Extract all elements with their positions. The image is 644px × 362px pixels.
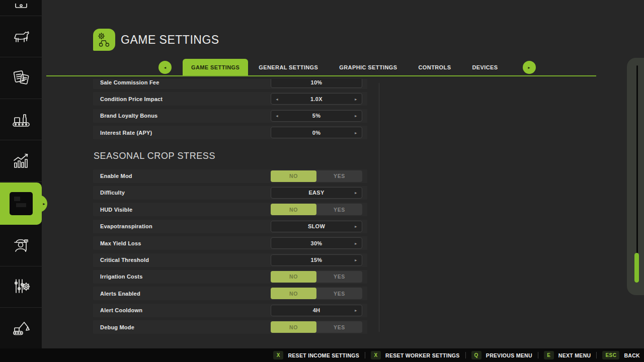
- critical-threshold-selector[interactable]: 15% ►: [271, 254, 362, 266]
- mod-active-icon: [10, 192, 33, 215]
- setting-label: Critical Threshold: [100, 257, 149, 263]
- interest-rate-selector[interactable]: 0% ►: [271, 127, 362, 138]
- hud-visible-toggle[interactable]: NO YES: [271, 204, 362, 215]
- setting-label: Condition Price Impact: [100, 96, 163, 102]
- evapotranspiration-selector[interactable]: SLOW ►: [271, 221, 362, 232]
- sidebar-item-statistics[interactable]: [0, 141, 42, 182]
- setting-row-alert-cooldown: Alert Cooldown 4H ►: [93, 304, 367, 317]
- setting-label: Evapotranspiration: [100, 223, 152, 229]
- setting-value: 5%: [312, 113, 321, 119]
- footer-reset-income[interactable]: X RESET INCOME SETTINGS: [273, 351, 359, 359]
- scrollbar-track[interactable]: [636, 65, 638, 283]
- sidebar-item-vehicles[interactable]: [0, 0, 42, 16]
- sidebar-item-settings[interactable]: [0, 267, 42, 308]
- setting-value: 4H: [313, 307, 320, 313]
- footer-label: BACK: [624, 352, 640, 358]
- toggle-yes-option[interactable]: YES: [316, 271, 362, 283]
- tab-bar: ◄ GAME SETTINGS GENERAL SETTINGS GRAPHIC…: [158, 59, 536, 76]
- footer-reset-worker[interactable]: X RESET WORKER SETTINGS: [371, 351, 459, 359]
- tab-underline: [46, 75, 596, 76]
- increase-arrow-icon[interactable]: ►: [354, 97, 358, 101]
- increase-arrow-icon[interactable]: ►: [354, 131, 358, 134]
- tab-graphic-settings[interactable]: GRAPHIC SETTINGS: [329, 59, 408, 76]
- settings-scroll-area[interactable]: Sale Commission Fee 10% Condition Price …: [93, 79, 367, 336]
- vehicle-partial-icon: [10, 4, 32, 13]
- setting-value: 15%: [311, 257, 323, 263]
- statistics-icon: [10, 149, 32, 173]
- setting-value: 30%: [311, 240, 323, 246]
- sidebar: ►: [0, 0, 42, 348]
- toggle-yes-option[interactable]: YES: [316, 170, 362, 182]
- footer-previous-menu[interactable]: Q PREVIOUS MENU: [471, 351, 532, 359]
- tab-game-settings[interactable]: GAME SETTINGS: [183, 59, 248, 76]
- increase-arrow-icon[interactable]: ►: [354, 258, 358, 262]
- setting-label: Alerts Enabled: [100, 291, 140, 297]
- increase-arrow-icon[interactable]: ►: [354, 225, 358, 228]
- setting-row-condition-price-impact: Condition Price Impact ◄ 1.0X ►: [93, 92, 367, 106]
- irrigation-costs-toggle[interactable]: NO YES: [271, 271, 362, 283]
- brand-loyalty-bonus-selector[interactable]: ◄ 5% ►: [271, 110, 362, 122]
- key-x-icon: X: [371, 351, 381, 359]
- footer-next-menu[interactable]: E NEXT MENU: [544, 351, 591, 359]
- key-e-icon: E: [544, 351, 554, 359]
- increase-arrow-icon[interactable]: ►: [354, 114, 358, 118]
- tab-controls[interactable]: CONTROLS: [408, 59, 462, 76]
- clipped-selector[interactable]: 10%: [271, 79, 362, 88]
- setting-label: Irrigation Costs: [100, 274, 143, 280]
- alert-cooldown-selector[interactable]: 4H ►: [271, 305, 362, 316]
- scrollbar-thumb[interactable]: [634, 253, 639, 283]
- toggle-no-option[interactable]: NO: [271, 271, 316, 283]
- toggle-yes-option[interactable]: YES: [316, 321, 362, 333]
- condition-price-impact-selector[interactable]: ◄ 1.0X ►: [271, 93, 362, 105]
- sidebar-item-mod-settings-active[interactable]: ►: [0, 183, 42, 225]
- right-arrow-icon: ►: [527, 66, 531, 69]
- toggle-yes-option[interactable]: YES: [316, 288, 362, 299]
- setting-label: Alert Cooldown: [100, 307, 142, 313]
- sidebar-item-workers[interactable]: [0, 225, 42, 266]
- setting-row-enable-mod: Enable Mod NO YES: [93, 169, 367, 183]
- setting-row-critical-threshold: Critical Threshold 15% ►: [93, 253, 367, 267]
- setting-row-clipped: Sale Commission Fee 10%: [93, 79, 367, 89]
- toggle-yes-option[interactable]: YES: [316, 204, 362, 215]
- page-title: GAME SETTINGS: [121, 33, 219, 47]
- footer-hotkey-bar: X RESET INCOME SETTINGS X RESET WORKER S…: [0, 348, 644, 362]
- alerts-enabled-toggle[interactable]: NO YES: [271, 288, 362, 299]
- toggle-no-option[interactable]: NO: [271, 288, 316, 299]
- footer-divider: [465, 352, 466, 358]
- footer-back[interactable]: ESC BACK: [602, 351, 640, 359]
- decrease-arrow-icon[interactable]: ◄: [275, 97, 279, 101]
- setting-row-hud-visible: HUD Visible NO YES: [93, 203, 367, 216]
- setting-value: EASY: [308, 190, 324, 196]
- sidebar-item-production[interactable]: [0, 100, 42, 140]
- sidebar-item-animals[interactable]: [0, 17, 42, 57]
- setting-label: Debug Mode: [100, 324, 134, 330]
- section-title: SEASONAL CROP STRESS: [93, 143, 367, 169]
- console-scroll-panel: [627, 58, 644, 295]
- decrease-arrow-icon[interactable]: ◄: [275, 114, 279, 118]
- increase-arrow-icon[interactable]: ►: [354, 191, 358, 195]
- max-yield-loss-selector[interactable]: 30% ►: [271, 237, 362, 249]
- setting-row-evapotranspiration: Evapotranspiration SLOW ►: [93, 220, 367, 233]
- increase-arrow-icon[interactable]: ►: [354, 309, 358, 312]
- game-settings-app-icon: [93, 29, 115, 51]
- cow-icon: [10, 25, 32, 49]
- enable-mod-toggle[interactable]: NO YES: [271, 170, 362, 182]
- excavator-icon: [10, 316, 32, 340]
- toggle-no-option[interactable]: NO: [271, 321, 316, 333]
- setting-label: Sale Commission Fee: [100, 79, 159, 85]
- toggle-no-option[interactable]: NO: [271, 204, 316, 215]
- tab-general-settings[interactable]: GENERAL SETTINGS: [248, 59, 329, 76]
- sidebar-item-construction[interactable]: [0, 308, 42, 348]
- footer-divider: [596, 352, 597, 358]
- sidebar-item-contracts[interactable]: [0, 58, 42, 99]
- active-pointer-icon: ►: [42, 202, 46, 205]
- debug-mode-toggle[interactable]: NO YES: [271, 321, 362, 333]
- difficulty-selector[interactable]: EASY ►: [271, 187, 362, 199]
- increase-arrow-icon[interactable]: ►: [354, 241, 358, 245]
- key-x-icon: X: [273, 351, 283, 359]
- tab-devices[interactable]: DEVICES: [461, 59, 508, 76]
- toggle-no-option[interactable]: NO: [271, 170, 316, 182]
- tabs-prev-button[interactable]: ◄: [158, 61, 172, 74]
- setting-label: Difficulty: [100, 190, 125, 196]
- tabs-next-button[interactable]: ►: [523, 61, 536, 74]
